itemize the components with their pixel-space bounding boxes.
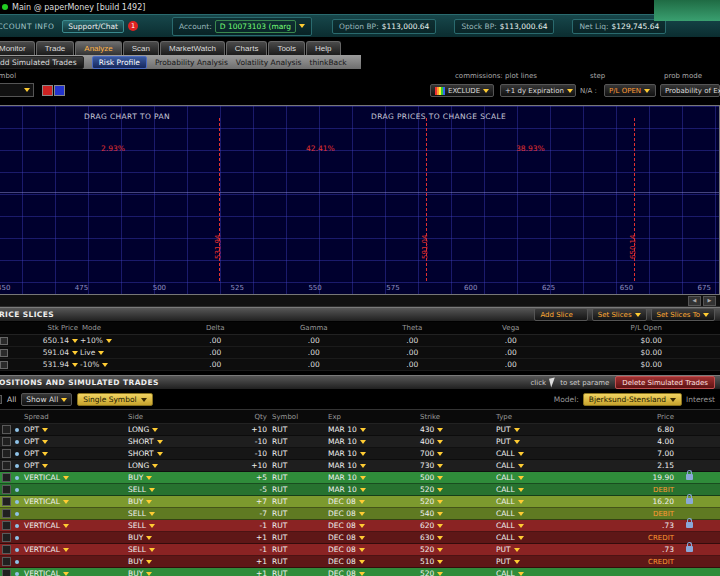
table-row[interactable]: SELL -7 RUT DEC 08 540 CALL DEBIT: [0, 508, 720, 520]
lock-icon[interactable]: [686, 546, 693, 552]
plot-value-dropdown[interactable]: P/L OPEN: [604, 84, 656, 97]
select-all-checkbox[interactable]: [0, 395, 2, 404]
subtab[interactable]: Probability Analysis: [155, 58, 228, 67]
tab[interactable]: Scan: [123, 41, 159, 55]
type-dropdown[interactable]: CALL: [494, 521, 582, 530]
table-row[interactable]: OPT LONG +10 RUT MAR 10 730 CALL 2.15: [0, 460, 720, 472]
side-dropdown[interactable]: LONG: [126, 425, 230, 434]
lock-icon[interactable]: [686, 522, 693, 528]
qty-dropdown[interactable]: +5: [230, 473, 270, 482]
tab[interactable]: Tools: [268, 41, 305, 55]
chart-scroll-button[interactable]: ▶: [703, 296, 716, 306]
exp-dropdown[interactable]: MAR 10: [326, 461, 418, 470]
strike-dropdown[interactable]: 630: [418, 533, 494, 542]
slice-mode-dropdown[interactable]: +10%: [78, 336, 166, 345]
type-dropdown[interactable]: CALL: [494, 485, 582, 494]
subtab[interactable]: thinkBack: [310, 58, 347, 67]
lock-cell[interactable]: [678, 461, 720, 470]
lock-cell[interactable]: [678, 569, 720, 576]
lock-cell[interactable]: [678, 449, 720, 458]
type-dropdown[interactable]: CALL: [494, 497, 582, 506]
price-slice-line[interactable]: 650.14: [634, 118, 635, 281]
lock-icon[interactable]: [686, 474, 693, 480]
tab[interactable]: Trade: [36, 41, 75, 55]
table-row[interactable]: OPT LONG +10 RUT MAR 10 430 PUT 6.80: [0, 424, 720, 436]
strike-dropdown[interactable]: 700: [418, 449, 494, 458]
strike-dropdown[interactable]: 400: [418, 437, 494, 446]
qty-dropdown[interactable]: -10: [230, 437, 270, 446]
account-value[interactable]: D 10073103 (marg: [215, 20, 296, 33]
risk-profile-chart[interactable]: DRAG CHART TO PAN DRAG PRICES TO CHANGE …: [0, 105, 720, 295]
table-row[interactable]: VERTICAL SELL -1 RUT DEC 08 520 PUT .73: [0, 544, 720, 556]
row-checkbox-2[interactable]: [2, 473, 11, 482]
strike-dropdown[interactable]: 510: [418, 557, 494, 566]
model-dropdown[interactable]: Bjerksund-Stensland: [583, 393, 682, 406]
table-row[interactable]: VERTICAL BUY +1 RUT DEC 08 520 CALL: [0, 568, 720, 576]
side-dropdown[interactable]: SELL: [126, 521, 230, 530]
price-slice-line[interactable]: 531.94: [219, 118, 220, 281]
slice-handle-icon[interactable]: [0, 337, 8, 345]
lock-cell[interactable]: [678, 473, 720, 482]
spread-cell[interactable]: VERTICAL: [22, 569, 126, 576]
type-dropdown[interactable]: PUT: [494, 557, 582, 566]
row-checkbox-2[interactable]: [2, 425, 11, 434]
lock-icon[interactable]: [686, 498, 693, 504]
table-row[interactable]: SELL -5 RUT MAR 10 520 CALL DEBIT: [0, 484, 720, 496]
spread-cell[interactable]: OPT: [22, 437, 126, 446]
slice-row[interactable]: 650.14 +10% .00 .00 .00 .00 $0.00: [0, 335, 720, 347]
exp-dropdown[interactable]: MAR 10: [326, 437, 418, 446]
row-checkbox-2[interactable]: [2, 521, 11, 530]
tab[interactable]: Analyze: [75, 41, 121, 55]
table-row[interactable]: BUY +1 RUT DEC 08 510 PUT CREDIT: [0, 556, 720, 568]
spread-cell[interactable]: [22, 488, 126, 492]
table-row[interactable]: BUY +1 RUT DEC 08 630 CALL CREDIT: [0, 532, 720, 544]
spread-cell[interactable]: OPT: [22, 461, 126, 470]
spread-cell[interactable]: VERTICAL: [22, 473, 126, 482]
plot-lines-dropdown[interactable]: +1 dy Expiration: [500, 84, 576, 97]
side-dropdown[interactable]: BUY: [126, 557, 230, 566]
exp-dropdown[interactable]: MAR 10: [326, 449, 418, 458]
table-row[interactable]: OPT SHORT -10 RUT MAR 10 700 CALL 7.00: [0, 448, 720, 460]
slice-price-cell[interactable]: 591.04: [14, 348, 78, 357]
slice-mode-dropdown[interactable]: Live: [78, 348, 166, 357]
slice-row[interactable]: 591.04 Live .00 .00 .00 .00 $0.00: [0, 347, 720, 359]
row-checkbox-2[interactable]: [2, 533, 11, 542]
spread-cell[interactable]: [22, 536, 126, 540]
table-row[interactable]: VERTICAL SELL -1 RUT DEC 08 620 CALL .73: [0, 520, 720, 532]
strike-dropdown[interactable]: 520: [418, 485, 494, 494]
row-checkbox-2[interactable]: [2, 497, 11, 506]
exp-dropdown[interactable]: MAR 10: [326, 473, 418, 482]
exp-dropdown[interactable]: DEC 08: [326, 557, 418, 566]
tab[interactable]: MarketWatch: [160, 41, 225, 55]
lock-cell[interactable]: [678, 497, 720, 506]
exp-dropdown[interactable]: MAR 10: [326, 425, 418, 434]
slice-action-button[interactable]: Add Slice: [534, 308, 587, 321]
side-dropdown[interactable]: SELL: [126, 509, 230, 518]
strike-dropdown[interactable]: 520: [418, 545, 494, 554]
tab[interactable]: Help: [306, 41, 340, 55]
type-dropdown[interactable]: PUT: [494, 437, 582, 446]
type-dropdown[interactable]: CALL: [494, 473, 582, 482]
subtab[interactable]: Volatility Analysis: [236, 58, 302, 67]
type-dropdown[interactable]: CALL: [494, 449, 582, 458]
tab[interactable]: Monitor: [0, 41, 35, 55]
row-checkbox-2[interactable]: [2, 449, 11, 458]
show-all-dropdown[interactable]: Show All: [21, 393, 72, 406]
strike-dropdown[interactable]: 730: [418, 461, 494, 470]
type-dropdown[interactable]: CALL: [494, 509, 582, 518]
side-dropdown[interactable]: LONG: [126, 461, 230, 470]
exp-dropdown[interactable]: MAR 10: [326, 485, 418, 494]
strike-dropdown[interactable]: 620: [418, 521, 494, 530]
exp-dropdown[interactable]: DEC 08: [326, 533, 418, 542]
slice-mode-dropdown[interactable]: -10%: [78, 360, 166, 369]
support-chat-button[interactable]: Support/Chat: [62, 20, 124, 33]
row-checkbox-2[interactable]: [2, 557, 11, 566]
lock-cell[interactable]: [678, 521, 720, 530]
lock-cell[interactable]: [678, 425, 720, 434]
slice-price-cell[interactable]: 531.94: [14, 360, 78, 369]
spread-cell[interactable]: OPT: [22, 449, 126, 458]
delete-simulated-trades-button[interactable]: Delete Simulated Trades: [615, 376, 715, 389]
table-row[interactable]: VERTICAL BUY +5 RUT MAR 10 500 CALL 19.9…: [0, 472, 720, 484]
spread-cell[interactable]: VERTICAL: [22, 545, 126, 554]
qty-dropdown[interactable]: -7: [230, 509, 270, 518]
